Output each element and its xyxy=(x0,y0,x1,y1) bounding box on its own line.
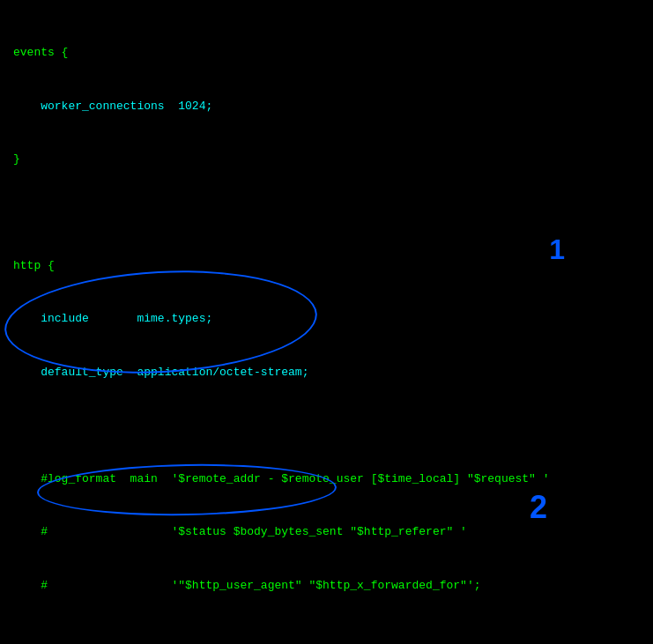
line-8 xyxy=(13,417,640,434)
line-5: http { xyxy=(13,257,640,275)
line-6: include mime.types; xyxy=(13,310,640,328)
line-10: # '$status $body_bytes_sent "$http_refer… xyxy=(13,523,640,541)
line-3: } xyxy=(13,151,640,168)
line-1: events { xyxy=(13,44,640,62)
line-7: default_type application/octet-stream; xyxy=(13,364,640,381)
line-11: # '"$http_user_agent" "$http_x_forwarded… xyxy=(13,577,640,595)
line-4 xyxy=(13,204,640,222)
code-block: events { worker_connections 1024; } http… xyxy=(0,0,653,644)
line-9: #log_format main '$remote_addr - $remote… xyxy=(13,470,640,488)
line-12 xyxy=(13,630,640,644)
line-2: worker_connections 1024; xyxy=(13,98,640,115)
